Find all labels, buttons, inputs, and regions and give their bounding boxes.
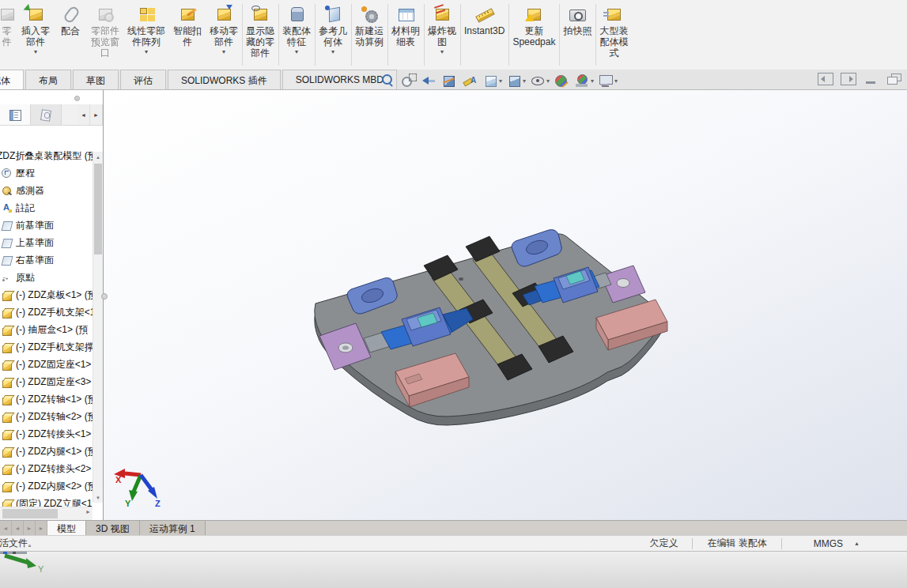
tree-item-label: (-) ZDZ固定座<1> bbox=[16, 358, 91, 371]
tree-item[interactable]: (-) ZDZ内腿<2> (预 bbox=[0, 477, 93, 495]
dropdown-caret-icon: ▾ bbox=[145, 49, 148, 55]
insert-components-button[interactable]: 插入零 部件 ▾ bbox=[17, 0, 54, 70]
edit-part-button-partial[interactable]: 零 件 bbox=[0, 0, 17, 70]
displaymanager-tab[interactable] bbox=[31, 104, 62, 125]
doc-tab-scroll-button[interactable]: ◄ bbox=[0, 521, 12, 535]
scrollbar-thumb[interactable] bbox=[94, 164, 102, 254]
tree-item[interactable]: 歷程 bbox=[0, 164, 93, 182]
dock-pane-right-button[interactable] bbox=[841, 73, 856, 85]
flange-right[interactable] bbox=[617, 279, 629, 288]
doc-tab-scroll-button[interactable]: ◄ bbox=[12, 521, 24, 535]
tree-item[interactable]: 原點 bbox=[0, 269, 93, 286]
tree-item[interactable]: (固定) ZDZ立腿<1 bbox=[0, 495, 93, 507]
dropdown-caret-icon: ▾ bbox=[222, 49, 225, 55]
panel-drag-dot[interactable] bbox=[74, 96, 80, 101]
tree-item[interactable]: (-) ZDZ固定座<3> bbox=[0, 373, 93, 390]
dynamic-annotation-views-icon[interactable] bbox=[460, 73, 480, 89]
document-tab[interactable]: 模型 bbox=[47, 521, 86, 535]
move-component-button[interactable]: 移动零 部件 ▾ bbox=[206, 0, 242, 70]
minimize-button[interactable] bbox=[864, 73, 879, 85]
hide-show-items-icon[interactable]: ▾ bbox=[528, 73, 551, 89]
doc-tab-scroll-button[interactable]: ► bbox=[36, 521, 47, 535]
assembly-features-button[interactable]: 装配体 特征 ▾ bbox=[278, 0, 315, 70]
tree-item-icon bbox=[1, 411, 13, 423]
previous-view-icon[interactable] bbox=[419, 73, 439, 89]
command-tab[interactable]: 布局 bbox=[25, 70, 71, 89]
dropdown-caret-icon: ▾ bbox=[34, 49, 37, 55]
bill-of-materials-button[interactable]: 材料明 细表 bbox=[387, 0, 424, 70]
doc-tab-scroll-button[interactable]: ► bbox=[24, 521, 36, 535]
tree-vertical-scrollbar[interactable]: ▲ ▼ bbox=[93, 152, 103, 503]
update-speedpak-button[interactable]: 更新 Speedpak bbox=[508, 0, 559, 70]
assembly-model-3d[interactable]: X Y Z bbox=[104, 90, 907, 520]
tree-item[interactable]: (-) ZDZ转接头<1> bbox=[0, 425, 93, 443]
units-selector[interactable]: MMGS ▲ bbox=[790, 538, 866, 549]
command-tab[interactable]: 装配体 bbox=[0, 70, 24, 89]
tree-item[interactable]: 前基準面 bbox=[0, 217, 93, 234]
panel-splitter-handle[interactable] bbox=[101, 293, 108, 300]
section-view-icon[interactable] bbox=[440, 73, 459, 89]
large-assembly-mode-button[interactable]: 大型装 配体模 式 bbox=[595, 0, 632, 70]
show-hidden-components-button[interactable]: 显示隐 藏的零 部件 bbox=[242, 0, 278, 70]
tree-item[interactable]: (-) ZDZ内腿<1> (预 bbox=[0, 443, 93, 460]
take-snapshot-button[interactable]: 拍快照 bbox=[559, 0, 595, 70]
tree-item[interactable]: 註記 bbox=[0, 199, 93, 217]
edit-appearance-icon[interactable] bbox=[552, 73, 572, 89]
ribbon-button-icon bbox=[322, 4, 344, 24]
dropdown-caret-icon: ▾ bbox=[523, 77, 526, 85]
tree-item[interactable]: (-) 抽屉盒<1> (預 bbox=[0, 321, 93, 338]
document-tab[interactable]: 运动算例 1 bbox=[140, 521, 206, 535]
tree-item[interactable]: (-) ZDZ手机支架<1 bbox=[0, 303, 93, 321]
restore-button[interactable] bbox=[886, 73, 902, 85]
tree-root-assembly[interactable]: ZDZ折叠桌装配模型 (预 bbox=[0, 147, 93, 164]
apply-scene-icon[interactable]: ▾ bbox=[573, 73, 595, 89]
component-preview-window-button[interactable]: 零部件 预览窗 口 bbox=[87, 0, 123, 70]
featuremanager-tab[interactable] bbox=[0, 104, 31, 125]
tree-item[interactable]: 感測器 bbox=[0, 182, 93, 199]
ribbon-button-label: 智能扣 件 bbox=[173, 26, 202, 48]
feature-manager-panel: ◄ ► ZDZ折叠桌装配模型 (预 歷程 感測器 註記 bbox=[0, 90, 104, 520]
exploded-view-button[interactable]: 爆炸视 图 ▾ bbox=[424, 0, 460, 70]
tree-item-label: (固定) ZDZ立腿<1 bbox=[16, 497, 92, 507]
tree-item[interactable]: (-) ZDZ桌板<1> (预 bbox=[0, 286, 93, 303]
ribbon-button-icon bbox=[25, 4, 47, 24]
scroll-down-icon[interactable]: ▼ bbox=[93, 492, 103, 503]
zoom-to-fit-icon[interactable] bbox=[378, 73, 398, 89]
panel-tab-strip: ◄ ► bbox=[0, 104, 103, 126]
tree-item[interactable]: (-) ZDZ转轴<1> (预 bbox=[0, 390, 93, 408]
tree-item-label: (-) ZDZ转轴<1> (预 bbox=[16, 393, 93, 406]
mate-button[interactable]: 配合 bbox=[54, 0, 87, 70]
tree-item-icon bbox=[1, 307, 13, 318]
dock-pane-left-button[interactable] bbox=[818, 73, 833, 85]
display-style-icon[interactable]: ▾ bbox=[505, 73, 527, 89]
new-motion-study-button[interactable]: 新建运 动算例 bbox=[351, 0, 387, 70]
tree-item[interactable]: 上基準面 bbox=[0, 234, 93, 251]
panel-tabs-scroll-right[interactable]: ► bbox=[90, 104, 103, 125]
instant3d-button[interactable]: Instant3D bbox=[460, 0, 508, 70]
zoom-to-area-icon[interactable] bbox=[399, 73, 418, 89]
command-tab[interactable]: SOLIDWORKS 插件 bbox=[168, 70, 281, 89]
tree-item[interactable]: (-) ZDZ手机支架撑 bbox=[0, 338, 93, 356]
scroll-up-icon[interactable]: ▲ bbox=[93, 152, 103, 162]
tree-item-label: (-) ZDZ内腿<1> (预 bbox=[16, 445, 93, 458]
scroll-right-icon[interactable]: ► bbox=[85, 509, 91, 514]
units-label: MMGS bbox=[814, 538, 843, 549]
panel-tabs-scroll-left[interactable]: ◄ bbox=[77, 104, 90, 125]
tree-item[interactable]: (-) ZDZ固定座<1> bbox=[0, 356, 93, 373]
reference-geometry-button[interactable]: 参考几 何体 ▾ bbox=[315, 0, 351, 70]
command-tab[interactable]: 评估 bbox=[120, 70, 166, 89]
tree-item[interactable]: (-) ZDZ转接头<2> bbox=[0, 460, 93, 477]
tree-item[interactable]: 右基準面 bbox=[0, 251, 93, 269]
smart-fasteners-button[interactable]: 智能扣 件 bbox=[169, 0, 206, 70]
view-settings-icon[interactable]: ▾ bbox=[596, 73, 619, 89]
tree-item-icon bbox=[1, 324, 13, 336]
graphics-viewport[interactable]: X Y Z bbox=[104, 90, 907, 520]
document-tab[interactable]: 3D 视图 bbox=[86, 521, 140, 535]
command-tab[interactable]: 草图 bbox=[73, 70, 119, 89]
tree-item[interactable]: (-) ZDZ转轴<2> (预 bbox=[0, 408, 93, 425]
tree-item-label: 上基準面 bbox=[16, 236, 54, 250]
view-orientation-icon[interactable]: ▾ bbox=[481, 73, 504, 89]
tree-horizontal-scrollbar[interactable]: ► bbox=[0, 507, 93, 520]
linear-component-pattern-button[interactable]: 线性零部 件阵列 ▾ bbox=[123, 0, 169, 70]
scrollbar-thumb[interactable] bbox=[2, 509, 58, 518]
